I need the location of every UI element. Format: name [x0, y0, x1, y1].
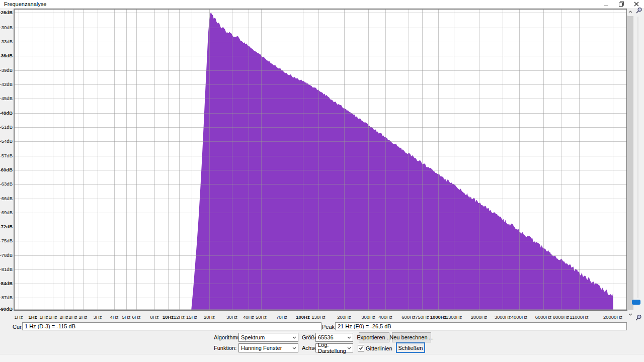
chevron-down-icon — [292, 347, 296, 349]
axis-select[interactable]: Log. Darstellung — [315, 343, 353, 352]
y-tick-label: -45dB — [0, 96, 13, 101]
scroll-up-icon — [628, 11, 632, 13]
size-select[interactable]: 65536 — [315, 333, 353, 342]
x-tick-label: 4Hz — [110, 314, 119, 320]
restore-icon — [619, 2, 624, 7]
chevron-down-icon — [347, 347, 351, 349]
scrollbar-up-button[interactable] — [627, 8, 634, 16]
y-tick-label: -57dB — [0, 153, 13, 158]
title-bar: Frequenzanalyse — [0, 0, 644, 8]
cursor-value-field[interactable]: 1 Hz (D-3) = -115 dB — [22, 322, 321, 330]
zoom-out-icon — [635, 314, 642, 321]
check-icon — [359, 346, 363, 350]
y-tick-label: -69dB — [0, 210, 13, 215]
x-tick-label: 15Hz — [186, 314, 197, 320]
close-icon — [634, 2, 639, 7]
zoom-in-button[interactable] — [635, 7, 642, 14]
y-tick-label: -30dB — [0, 25, 13, 30]
x-tick-label: 200Hz — [337, 314, 351, 320]
spectrum-chart: -26dB-30dB-33dB-36dB-39dB-42dB-45dB-48dB… — [0, 0, 644, 322]
y-tick-label: -54dB — [0, 138, 13, 144]
algorithm-select[interactable]: Spektrum — [238, 333, 298, 342]
x-tick-label: 8000Hz — [553, 314, 570, 320]
x-tick-label: 3000Hz — [495, 314, 511, 320]
y-tick-label: -36dB — [0, 53, 13, 58]
x-tick-label: 1Hz — [29, 314, 37, 320]
scroll-down-icon — [628, 313, 632, 316]
minimize-icon — [604, 2, 609, 7]
bottom-strip — [0, 354, 644, 362]
x-tick-label: 1Hz — [40, 314, 48, 320]
y-tick-label: -48dB — [0, 110, 13, 116]
gridlines-checkbox[interactable] — [358, 345, 364, 351]
minimize-button[interactable] — [599, 0, 614, 8]
x-tick-label: 1Hz — [49, 314, 57, 320]
chevron-down-icon — [347, 336, 351, 339]
x-tick-label: 50Hz — [256, 314, 267, 320]
x-tick-label: 1000Hz — [430, 314, 447, 320]
x-tick-label: 2000Hz — [471, 314, 488, 320]
x-tick-label: 4000Hz — [511, 314, 528, 320]
close-dialog-button[interactable]: Schließen — [396, 342, 425, 353]
x-tick-label: 600Hz — [401, 314, 416, 320]
x-tick-label: 20Hz — [204, 314, 215, 320]
x-tick-label: 8Hz — [150, 314, 159, 320]
scrollbar-thumb[interactable] — [627, 16, 633, 310]
x-tick-label: 70Hz — [276, 314, 287, 320]
x-tick-label: 2Hz — [79, 314, 88, 320]
y-tick-label: -39dB — [0, 67, 13, 73]
x-tick-label: 11000Hz — [570, 314, 589, 320]
x-tick-label: 3Hz — [94, 314, 102, 320]
x-tick-label: 5Hz — [122, 314, 131, 320]
chevron-down-icon — [292, 336, 296, 339]
x-tick-label: 130Hz — [311, 314, 326, 320]
y-tick-label: -84dB — [0, 281, 13, 286]
window-title: Frequenzanalyse — [0, 0, 46, 8]
y-tick-label: -75dB — [0, 238, 13, 243]
x-tick-label: 1Hz — [15, 314, 23, 320]
recalculate-button[interactable]: Neu berechnen ... — [392, 332, 431, 342]
y-tick-label: -26dB — [0, 10, 13, 15]
x-tick-label: 12Hz — [174, 314, 185, 320]
zoom-in-icon — [635, 7, 642, 14]
y-tick-label: -63dB — [0, 181, 13, 187]
y-tick-label: -78dB — [0, 252, 13, 258]
y-tick-label: -60dB — [0, 167, 13, 172]
peak-value-field[interactable]: 21 Hz (E0) = -26,5 dB — [335, 322, 627, 330]
y-tick-label: -51dB — [0, 124, 13, 130]
x-tick-label: 30Hz — [226, 314, 237, 320]
frequency-analysis-window: { "window": { "title": "Frequenzanalyse"… — [0, 0, 644, 362]
function-select[interactable]: Hanning Fenster — [238, 343, 298, 352]
y-tick-label: -66dB — [0, 196, 13, 201]
x-tick-label: 750Hz — [415, 314, 429, 320]
function-label: Funktion: — [214, 344, 236, 352]
axis-value: Log. Darstellung — [318, 342, 347, 354]
x-tick-label: 400Hz — [378, 314, 392, 320]
x-tick-label: 2Hz — [60, 314, 68, 320]
y-tick-label: -42dB — [0, 81, 13, 87]
x-tick-label: 100Hz — [296, 314, 310, 320]
y-tick-label: -81dB — [0, 266, 13, 272]
x-tick-label: 6Hz — [132, 314, 141, 320]
x-tick-label: 2Hz — [69, 314, 77, 320]
zoom-slider-thumb[interactable] — [632, 300, 640, 305]
y-tick-label: -33dB — [0, 39, 13, 44]
peak-label: Peak: — [322, 323, 336, 331]
restore-button[interactable] — [614, 0, 629, 8]
x-tick-label: 300Hz — [361, 314, 375, 320]
scrollbar-down-button[interactable] — [627, 311, 634, 318]
x-tick-label: 40Hz — [243, 314, 254, 320]
size-value: 65536 — [318, 334, 334, 340]
y-tick-label: -72dB — [0, 224, 13, 229]
zoom-slider-track[interactable] — [637, 17, 638, 298]
x-tick-label: 10Hz — [163, 314, 174, 320]
y-tick-label: -90dB — [0, 306, 13, 312]
zoom-out-button[interactable] — [634, 314, 642, 321]
x-tick-label: 6000Hz — [535, 314, 552, 320]
algorithm-value: Spektrum — [241, 334, 265, 340]
export-button[interactable]: Exportieren ... — [359, 332, 389, 342]
y-tick-label: -87dB — [0, 295, 13, 300]
x-tick-label: 20000Hz — [603, 314, 622, 320]
gridlines-label[interactable]: Gitterlinien — [366, 344, 392, 352]
x-tick-label: 1300Hz — [446, 314, 462, 320]
